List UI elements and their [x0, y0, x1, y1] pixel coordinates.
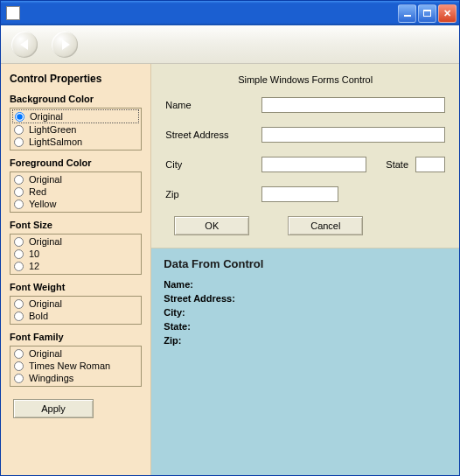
radio-input[interactable]	[14, 137, 24, 147]
app-window: ✕ Control Properties Background ColorOri…	[0, 0, 460, 476]
data-from-control-panel: Data From Control Name: Street Address: …	[151, 248, 459, 475]
radio-label: Wingdings	[29, 372, 73, 384]
radio-input[interactable]	[14, 249, 24, 259]
group-label-bg: Background Color	[10, 94, 142, 104]
state-field[interactable]	[415, 157, 445, 172]
arrow-right-icon	[62, 39, 70, 50]
toolbar	[1, 25, 459, 64]
radio-fg-yellow[interactable]: Yellow	[12, 198, 139, 210]
radio-fg-original[interactable]: Original	[12, 173, 139, 186]
radio-fw-bold[interactable]: Bold	[12, 310, 139, 322]
radio-fs-10[interactable]: 10	[12, 248, 139, 260]
radio-label: Original	[29, 235, 62, 248]
data-row-city: City:	[164, 307, 447, 318]
radio-label: Original	[29, 298, 62, 310]
radio-fs-original[interactable]: Original	[12, 235, 139, 248]
radio-label: LightSalmon	[29, 136, 82, 148]
radio-fs-12[interactable]: 12	[12, 260, 139, 272]
zip-field[interactable]	[261, 186, 338, 202]
label-zip: Zip	[165, 189, 261, 200]
radio-group-ff: OriginalTimes New RomanWingdings	[10, 346, 142, 387]
city-field[interactable]	[261, 157, 366, 172]
form-title: Simple Windows Forms Control	[165, 74, 445, 85]
radio-input[interactable]	[14, 125, 24, 135]
radio-label: Original	[29, 173, 62, 186]
radio-label: Original	[30, 110, 63, 122]
radio-ff-times-new-roman[interactable]: Times New Roman	[12, 360, 139, 372]
radio-group-bg: OriginalLightGreenLightSalmon	[10, 108, 142, 150]
minimize-button[interactable]	[398, 4, 416, 23]
data-row-street: Street Address:	[164, 293, 447, 304]
radio-input[interactable]	[14, 200, 24, 209]
label-state: State	[386, 159, 408, 170]
radio-group-fs: Original1012	[10, 234, 142, 275]
radio-label: Bold	[29, 310, 48, 322]
data-row-name: Name:	[164, 279, 447, 290]
label-city: City	[165, 159, 261, 170]
back-button[interactable]	[11, 32, 38, 58]
radio-ff-wingdings[interactable]: Wingdings	[12, 372, 139, 384]
form-panel: Simple Windows Forms Control Name Street…	[151, 64, 459, 248]
forward-button[interactable]	[52, 32, 78, 58]
radio-label: LightGreen	[29, 123, 76, 136]
data-row-state: State:	[164, 321, 447, 332]
radio-label: 12	[29, 260, 39, 272]
radio-fw-original[interactable]: Original	[12, 298, 139, 310]
radio-ff-original[interactable]: Original	[12, 347, 139, 360]
cancel-button[interactable]: Cancel	[288, 216, 363, 235]
radio-input[interactable]	[14, 374, 24, 383]
radio-label: Times New Roman	[29, 360, 110, 372]
titlebar: ✕	[1, 1, 459, 25]
app-icon	[6, 6, 20, 20]
radio-bg-lightgreen[interactable]: LightGreen	[12, 123, 139, 136]
group-label-fw: Font Weight	[10, 282, 142, 292]
radio-fg-red[interactable]: Red	[12, 186, 139, 198]
radio-label: Yellow	[29, 198, 56, 210]
radio-input[interactable]	[14, 361, 24, 371]
radio-label: Red	[29, 186, 46, 198]
sidebar-title: Control Properties	[10, 73, 142, 85]
arrow-left-icon	[20, 39, 28, 50]
label-name: Name	[165, 100, 261, 110]
group-label-ff: Font Family	[10, 332, 142, 342]
radio-input[interactable]	[14, 187, 24, 197]
radio-group-fg: OriginalRedYellow	[10, 172, 142, 213]
close-button[interactable]: ✕	[438, 4, 457, 23]
radio-bg-lightsalmon[interactable]: LightSalmon	[12, 136, 139, 148]
apply-button[interactable]: Apply	[13, 399, 94, 418]
name-field[interactable]	[261, 97, 445, 113]
maximize-button[interactable]	[418, 4, 436, 23]
radio-input[interactable]	[14, 312, 24, 321]
radio-input[interactable]	[14, 237, 24, 247]
group-label-fg: Foreground Color	[10, 158, 142, 168]
group-label-fs: Font Size	[10, 220, 142, 230]
data-panel-title: Data From Control	[164, 257, 447, 270]
radio-input[interactable]	[15, 112, 24, 122]
radio-input[interactable]	[14, 299, 24, 309]
label-street: Street Address	[165, 130, 261, 140]
radio-bg-original[interactable]: Original	[12, 109, 139, 123]
radio-input[interactable]	[14, 262, 24, 271]
radio-input[interactable]	[14, 175, 24, 185]
ok-button[interactable]: OK	[174, 216, 249, 235]
street-field[interactable]	[261, 127, 445, 143]
radio-input[interactable]	[14, 349, 24, 359]
radio-label: 10	[29, 248, 39, 260]
control-properties-panel: Control Properties Background ColorOrigi…	[1, 64, 151, 475]
data-row-zip: Zip:	[164, 335, 447, 346]
radio-group-fw: OriginalBold	[10, 296, 142, 325]
radio-label: Original	[29, 347, 62, 360]
